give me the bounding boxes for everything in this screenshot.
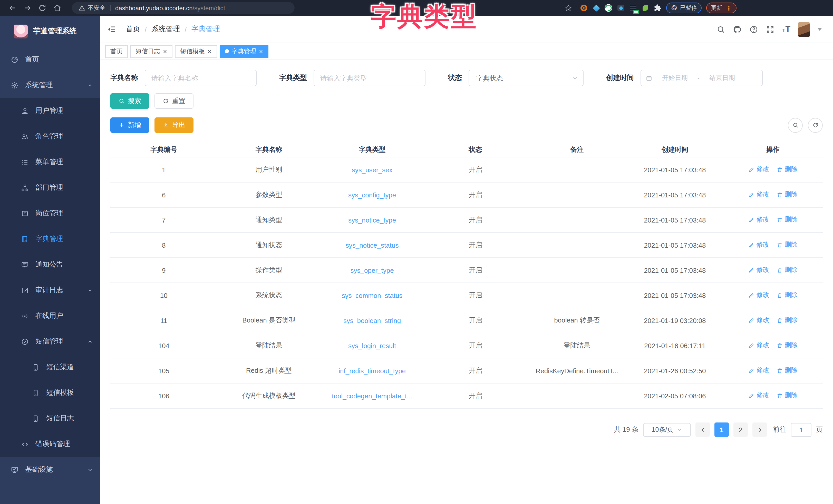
dict-type-link[interactable]: sys_boolean_string [343,317,401,324]
help-icon[interactable] [749,25,758,33]
trash-icon [777,343,783,349]
delete-link[interactable]: 删除 [777,366,798,375]
breadcrumb-home[interactable]: 首页 [126,25,140,34]
search-icon [792,122,799,128]
github-icon[interactable] [733,25,742,33]
delete-link[interactable]: 删除 [777,165,798,174]
search-icon[interactable] [716,25,725,33]
browser-home-icon[interactable] [53,4,62,12]
edit-link[interactable]: 修改 [748,191,769,199]
tab-1[interactable]: 短信日志 [130,45,172,58]
dict-type-link[interactable]: sys_config_type [348,191,396,199]
delete-link[interactable]: 删除 [777,216,798,224]
browser-reload-icon[interactable] [38,4,47,12]
page-button-1[interactable]: 1 [714,423,729,437]
extensions-puzzle-icon[interactable] [654,4,662,12]
date-end-input[interactable] [703,74,742,82]
sidebar-item-notice-bubble[interactable]: 通知公告 [0,252,100,277]
next-page-button[interactable] [753,423,767,437]
sidebar-item-monitor[interactable]: 基础设施 [0,457,100,482]
sidebar-item-post-badge[interactable]: 岗位管理 [0,200,100,226]
cell-created: 2021-02-05 07:08:06 [627,383,723,408]
delete-link[interactable]: 删除 [777,291,798,300]
page-size-select[interactable]: 10条/页 [643,423,691,436]
app-logo-row[interactable]: 芋道管理系统 [0,16,100,47]
dict-type-link[interactable]: sys_oper_type [351,266,394,274]
extension-proxy-icon[interactable]: on [629,4,637,12]
user-avatar[interactable] [798,22,810,37]
extension-translate-icon[interactable] [604,4,612,12]
delete-link[interactable]: 删除 [777,341,798,350]
collapse-menu-icon[interactable] [107,25,117,34]
dict-name-input[interactable] [145,70,257,86]
page-button-2[interactable]: 2 [733,423,748,437]
address-bar[interactable]: 不安全 dashboard.yudao.iocoder.cn /system/d… [72,2,294,14]
browser-back-icon[interactable] [8,4,17,12]
sidebar-item-dashboard[interactable]: 首页 [0,47,100,72]
dict-type-input[interactable] [314,70,426,86]
status-select[interactable] [469,70,584,86]
browser-forward-icon[interactable] [23,4,32,12]
sidebar-item-dict-book[interactable]: 字典管理 [0,226,100,252]
sidebar-item-menu-list[interactable]: 菜单管理 [0,149,100,175]
edit-link[interactable]: 修改 [748,341,769,350]
sidebar-item-sms-check[interactable]: 短信管理 [0,329,100,354]
delete-link[interactable]: 删除 [777,316,798,325]
delete-link[interactable]: 删除 [777,241,798,249]
delete-link[interactable]: 删除 [777,191,798,199]
edit-link[interactable]: 修改 [748,216,769,224]
date-range-picker[interactable]: - [641,70,763,86]
browser-menu-icon[interactable]: ⋮ [726,5,732,11]
bookmark-star-icon[interactable] [565,4,572,12]
extension-gem-icon[interactable] [592,4,600,12]
edit-link[interactable]: 修改 [748,392,769,400]
export-button[interactable]: 导出 [154,118,193,133]
search-button[interactable]: 搜索 [110,93,149,109]
edit-link[interactable]: 修改 [748,165,769,174]
delete-link[interactable]: 删除 [777,392,798,400]
sidebar-item-audit-log[interactable]: 审计日志 [0,277,100,303]
delete-link[interactable]: 删除 [777,266,798,275]
cell-dict-name: 参数类型 [217,182,320,207]
sidebar-item-users[interactable]: 角色管理 [0,124,100,149]
refresh-table-button[interactable] [808,118,823,132]
add-button[interactable]: 新增 [110,118,149,133]
dict-type-link[interactable]: sys_user_sex [352,166,392,174]
user-menu-caret-icon[interactable] [817,28,822,30]
edit-link[interactable]: 修改 [748,241,769,249]
sidebar-item-phone[interactable]: 短信渠道 [0,354,100,380]
sidebar-item-org-tree[interactable]: 部门管理 [0,175,100,200]
fullscreen-icon[interactable] [766,25,775,33]
sidebar-item-online-user[interactable]: 在线用户 [0,303,100,329]
extension-orange-icon[interactable] [580,4,588,12]
sidebar-item-phone[interactable]: 短信模板 [0,380,100,406]
profile-paused-badge[interactable]: 😂 已暂停 [666,3,701,13]
date-start-input[interactable] [656,74,694,82]
dict-type-link[interactable]: sys_notice_status [346,241,399,249]
tab-3[interactable]: 字典管理 [220,45,268,58]
edit-link[interactable]: 修改 [748,366,769,375]
tab-2[interactable]: 短信模板 [175,45,217,58]
sidebar-item-code[interactable]: 错误码管理 [0,431,100,457]
tab-0[interactable]: 首页 [105,45,128,58]
hide-search-button[interactable] [788,118,803,132]
extension-leaf-icon[interactable] [642,4,649,12]
sidebar-item-user[interactable]: 用户管理 [0,98,100,124]
dict-type-link[interactable]: sys_notice_type [348,216,396,224]
goto-page-input[interactable] [791,423,811,436]
edit-link[interactable]: 修改 [748,266,769,275]
chrome-update-button[interactable]: 更新 ⋮ [706,3,737,13]
edit-link[interactable]: 修改 [748,316,769,325]
breadcrumb-system[interactable]: 系统管理 [151,25,180,34]
edit-link[interactable]: 修改 [748,291,769,300]
extension-dark-icon[interactable] [617,4,625,12]
reset-button[interactable]: 重置 [154,93,193,109]
font-size-icon[interactable]: TT [782,25,790,33]
prev-page-button[interactable] [695,423,710,437]
dict-type-link[interactable]: inf_redis_timeout_type [338,367,406,375]
dict-type-link[interactable]: sys_common_status [342,292,403,299]
sidebar-item-gear[interactable]: 系统管理 [0,72,100,98]
dict-type-link[interactable]: sys_login_result [348,342,396,349]
sidebar-item-phone[interactable]: 短信日志 [0,406,100,431]
dict-type-link[interactable]: tool_codegen_template_t... [332,392,412,400]
